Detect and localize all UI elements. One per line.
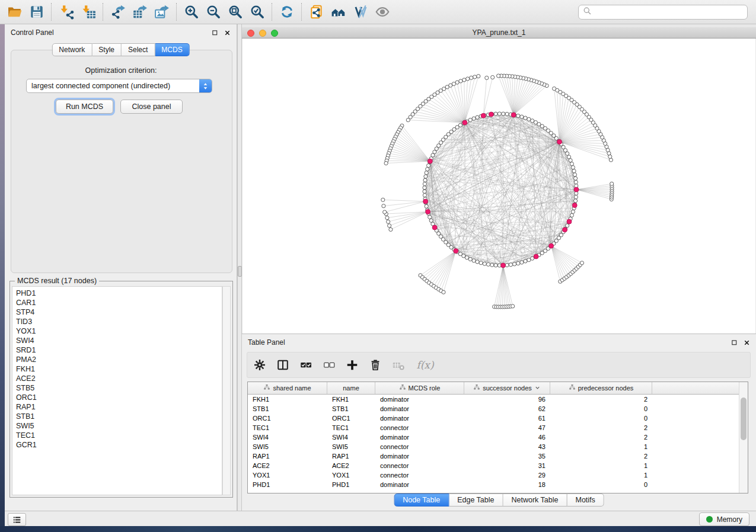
search-box[interactable] xyxy=(578,5,748,20)
share-network-document-button[interactable] xyxy=(305,2,327,22)
zoom-out-button[interactable] xyxy=(202,2,224,22)
mcds-result-item[interactable]: SRD1 xyxy=(16,345,222,355)
mcds-result-item[interactable]: PMA2 xyxy=(16,355,222,364)
close-window-icon[interactable] xyxy=(247,30,254,37)
mcds-result-item[interactable]: SWI4 xyxy=(16,336,222,345)
table-scrollbar-thumb[interactable] xyxy=(741,398,747,440)
cell: ORC1 xyxy=(248,415,327,422)
unselect-all-columns-button[interactable] xyxy=(323,358,336,371)
tab-network[interactable]: Network xyxy=(52,43,92,56)
table-panel: Table Panel f(x) shared namenameMCDS rol… xyxy=(242,334,756,511)
mcds-result-item[interactable]: GCR1 xyxy=(16,440,222,450)
float-panel-icon[interactable] xyxy=(731,339,738,346)
column-header-MCDS-role[interactable]: MCDS role xyxy=(375,382,464,394)
table-row-FKH1[interactable]: FKH1FKH1dominator962 xyxy=(248,395,748,404)
delete-columns-button[interactable] xyxy=(369,358,382,371)
export-table-button[interactable] xyxy=(129,2,151,22)
vertical-splitter[interactable] xyxy=(237,24,242,511)
export-image-button[interactable] xyxy=(151,2,173,22)
mcds-result-item[interactable]: TID3 xyxy=(16,317,222,326)
table-row-YOX1[interactable]: YOX1YOX1connector291 xyxy=(248,470,748,480)
cell: 0 xyxy=(550,481,652,488)
table-scrollbar[interactable] xyxy=(739,382,748,493)
add-column-button[interactable] xyxy=(346,358,359,371)
tab-style[interactable]: Style xyxy=(92,43,122,56)
import-table-button[interactable] xyxy=(77,2,99,22)
select-all-columns-button[interactable] xyxy=(299,358,312,371)
search-icon xyxy=(583,7,592,18)
mcds-result-item[interactable]: FKH1 xyxy=(16,364,222,374)
mcds-result-item[interactable]: PHD1 xyxy=(16,289,222,298)
column-header-name[interactable]: name xyxy=(327,382,375,394)
close-panel-icon[interactable] xyxy=(224,30,231,36)
network-overview-button[interactable] xyxy=(327,2,349,22)
run-mcds-button[interactable]: Run MCDS xyxy=(56,100,113,114)
tab-network-table[interactable]: Network Table xyxy=(503,493,567,507)
minimize-window-icon[interactable] xyxy=(259,30,266,37)
shared-column-icon xyxy=(263,384,270,392)
export-network-button[interactable] xyxy=(107,2,129,22)
mcds-result-item[interactable]: ORC1 xyxy=(16,393,222,402)
memory-button[interactable]: Memory xyxy=(699,512,749,526)
toolbar-separator xyxy=(103,3,103,21)
cell: ACE2 xyxy=(327,462,375,469)
splitter-grip-icon[interactable] xyxy=(238,266,242,277)
mcds-result-item[interactable]: RAP1 xyxy=(16,402,222,412)
table-panel-title: Table Panel xyxy=(248,338,285,347)
toolbar-separator xyxy=(272,3,272,21)
column-header-predecessor-nodes[interactable]: predecessor nodes xyxy=(550,382,652,394)
maximize-window-icon[interactable] xyxy=(271,30,278,37)
tab-mcds[interactable]: MCDS xyxy=(155,43,189,56)
table-row-STB1[interactable]: STB1STB1dominator620 xyxy=(248,404,748,414)
float-panel-icon[interactable] xyxy=(212,30,218,36)
cell: ORC1 xyxy=(327,415,375,422)
open-file-button[interactable] xyxy=(4,2,25,22)
tab-motifs[interactable]: Motifs xyxy=(567,493,604,507)
network-canvas[interactable] xyxy=(243,39,755,334)
refresh-network-button[interactable] xyxy=(276,2,298,22)
zoom-in-button[interactable] xyxy=(180,2,202,22)
table-row-ORC1[interactable]: ORC1ORC1dominator610 xyxy=(248,414,748,423)
hide-graphics-details-button[interactable] xyxy=(349,2,371,22)
mcds-result-item[interactable]: STB5 xyxy=(16,383,222,393)
show-graphics-details-button[interactable] xyxy=(371,2,393,22)
toolbar-separator xyxy=(176,3,177,21)
table-options-gear-button[interactable] xyxy=(253,358,266,371)
criterion-dropdown[interactable]: largest connected component (undirected) xyxy=(26,79,212,93)
tab-node-table[interactable]: Node Table xyxy=(394,493,449,507)
table-row-SWI5[interactable]: SWI5SWI5connector431 xyxy=(248,442,748,451)
mcds-result-item[interactable]: TEC1 xyxy=(16,431,222,440)
task-history-button[interactable] xyxy=(8,513,26,526)
save-session-button[interactable] xyxy=(25,2,47,22)
table-row-RAP1[interactable]: RAP1RAP1dominator352 xyxy=(248,451,748,461)
mcds-result-scrollbar[interactable] xyxy=(222,286,231,495)
column-header-shared-name[interactable]: shared name xyxy=(248,382,327,394)
tab-edge-table[interactable]: Edge Table xyxy=(449,493,503,507)
table-row-TEC1[interactable]: TEC1TEC1connector472 xyxy=(248,423,748,432)
zoom-selected-button[interactable] xyxy=(246,2,268,22)
show-columns-button[interactable] xyxy=(276,358,289,371)
tab-select[interactable]: Select xyxy=(122,43,155,56)
network-graph[interactable] xyxy=(243,39,755,334)
table-row-PHD1[interactable]: PHD1PHD1dominator180 xyxy=(248,480,748,489)
cell: FKH1 xyxy=(248,396,327,403)
close-panel-button[interactable]: Close panel xyxy=(120,100,183,114)
mcds-result-item[interactable]: YOX1 xyxy=(16,326,222,336)
mcds-result-item[interactable]: SWI5 xyxy=(16,421,222,431)
mcds-result-item[interactable]: STB1 xyxy=(16,412,222,421)
mcds-result-item[interactable]: ACE2 xyxy=(16,374,222,383)
shared-column-icon xyxy=(399,384,406,392)
table-row-SWI4[interactable]: SWI4SWI4dominator462 xyxy=(248,432,748,442)
cell: dominator xyxy=(375,434,464,441)
mcds-result-title: MCDS result (17 nodes) xyxy=(15,277,99,285)
column-header-successor-nodes[interactable]: successor nodes xyxy=(464,382,550,394)
close-panel-icon[interactable] xyxy=(744,339,750,346)
cell: connector xyxy=(375,462,464,469)
mcds-result-item[interactable]: CAR1 xyxy=(16,298,222,307)
import-network-button[interactable] xyxy=(55,2,77,22)
zoom-fit-button[interactable] xyxy=(224,2,246,22)
mcds-result-item[interactable]: STP4 xyxy=(16,307,222,317)
status-bar: Memory xyxy=(5,511,756,526)
table-row-ACE2[interactable]: ACE2ACE2connector311 xyxy=(248,461,748,470)
search-input[interactable] xyxy=(592,6,747,19)
